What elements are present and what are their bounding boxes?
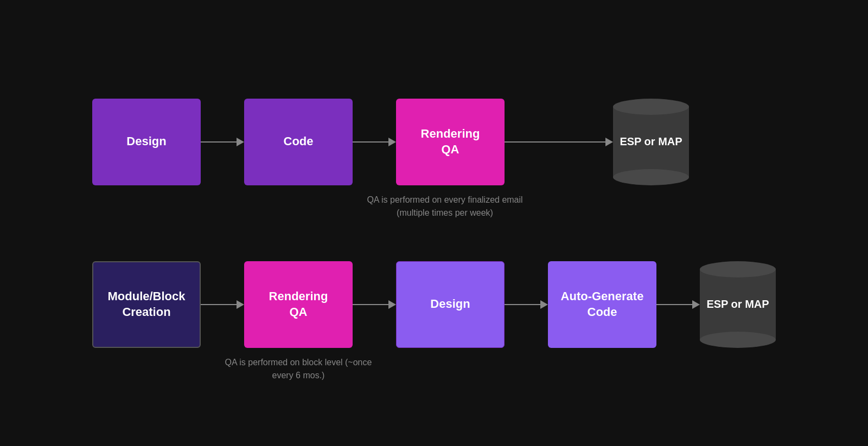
db-rect-1: ESP or MAP	[613, 107, 689, 177]
arrow-line-3	[505, 141, 605, 143]
step-module-block: Module/Block Creation	[92, 261, 201, 348]
step-rendering-qa-bottom: RenderingQA	[244, 261, 353, 348]
arrow-head-2	[388, 138, 396, 146]
arrow-4	[201, 300, 244, 309]
db-ellipse-bottom-2	[700, 332, 776, 348]
bottom-row-note: QA is performed on block level (~once ev…	[222, 356, 374, 382]
step-module-label: Module/Block Creation	[93, 289, 200, 320]
esp-map-top-label: ESP or MAP	[620, 135, 682, 148]
esp-map-top: ESP or MAP	[613, 99, 689, 185]
arrow-head-6	[540, 300, 548, 309]
step-code: Code	[244, 99, 353, 185]
esp-map-bottom: ESP or MAP	[700, 261, 776, 348]
arrow-2	[353, 138, 396, 146]
arrow-line-6	[505, 304, 540, 305]
step-code-label: Code	[284, 134, 314, 150]
flow-row-bottom: Module/Block Creation RenderingQA QA is …	[92, 261, 776, 348]
arrow-line-2	[353, 141, 388, 143]
top-row-note: QA is performed on every finalized email…	[363, 193, 526, 219]
arrow-line-7	[656, 304, 692, 305]
diagram-container: Design Code RenderingQA	[60, 77, 808, 370]
db-rect-2: ESP or MAP	[700, 269, 776, 340]
step-design: Design	[92, 99, 201, 185]
arrow-head-5	[388, 300, 396, 309]
arrow-head-7	[692, 300, 700, 309]
arrow-line-4	[201, 304, 237, 305]
arrow-7	[656, 300, 700, 309]
step-autogenerate: Auto-Generate Code	[548, 261, 656, 348]
step-autogenerate-label: Auto-Generate Code	[548, 289, 656, 320]
db-ellipse-top-2	[700, 261, 776, 277]
arrow-1	[201, 138, 244, 146]
db-ellipse-bottom-1	[613, 169, 689, 185]
arrow-6	[505, 300, 548, 309]
flow-row-top: Design Code RenderingQA	[92, 99, 689, 185]
step-design-label: Design	[126, 134, 166, 150]
step-rendering-qa-bottom-label: RenderingQA	[269, 289, 328, 320]
arrow-head-4	[237, 300, 244, 309]
arrow-3	[505, 138, 613, 146]
step-design-lower-label: Design	[430, 296, 470, 312]
arrow-head	[237, 138, 244, 146]
esp-map-bottom-label: ESP or MAP	[706, 298, 769, 311]
step-rendering-qa-top-label: RenderingQA	[421, 126, 480, 157]
step-rendering-qa-top: RenderingQA	[396, 99, 505, 185]
step-design-lower: Design	[396, 261, 505, 348]
arrow-line	[201, 141, 237, 143]
arrow-5	[353, 300, 396, 309]
arrow-head-3	[605, 138, 613, 146]
db-ellipse-top-1	[613, 99, 689, 115]
arrow-line-5	[353, 304, 388, 305]
